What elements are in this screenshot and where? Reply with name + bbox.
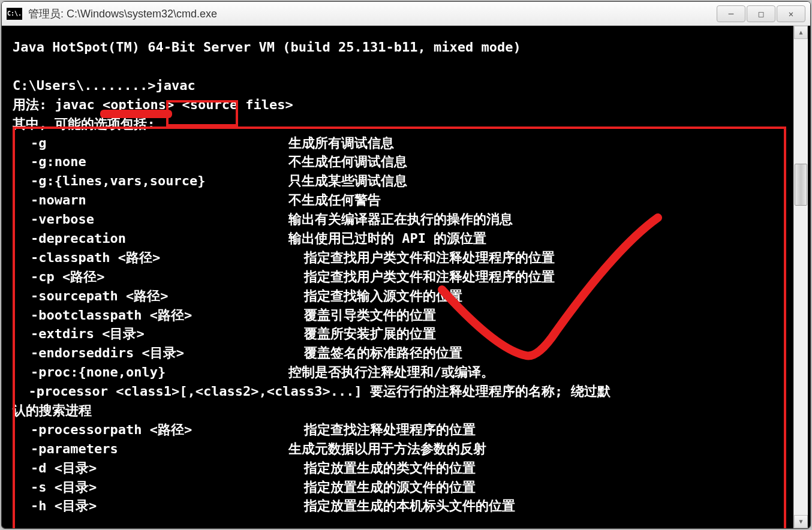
option-row: -d <目录> 指定放置生成的类文件的位置: [13, 459, 793, 478]
option-flag: -d <目录>: [13, 459, 288, 478]
option-row: -sourcepath <路径> 指定查找输入源文件的位置: [13, 287, 793, 306]
option-flag: -nowarn: [13, 191, 288, 210]
option-flag: -endorseddirs <目录>: [13, 344, 288, 363]
terminal-content: Java HotSpot(TM) 64-Bit Server VM (build…: [4, 32, 793, 528]
option-row: -extdirs <目录> 覆盖所安装扩展的位置: [13, 324, 793, 344]
option-desc: 指定查找用户类文件和注释处理程序的位置: [288, 267, 555, 287]
option-flag: -g: [13, 134, 288, 153]
option-desc: 不生成任何调试信息: [288, 152, 407, 171]
option-desc: 控制是否执行注释处理和/或编译。: [288, 363, 494, 382]
option-desc: 不生成任何警告: [288, 191, 381, 210]
option-flag: -h <目录>: [13, 496, 288, 516]
option-flag: -proc:{none,only}: [13, 363, 288, 382]
term-blank: [13, 57, 793, 76]
option-row: -deprecation 输出使用已过时的 API 的源位置: [13, 229, 793, 248]
option-row: -nowarn 不生成任何警告: [13, 191, 793, 210]
option-desc: 指定查找注释处理程序的位置: [288, 420, 476, 439]
option-row: -g 生成所有调试信息: [13, 134, 793, 153]
option-desc: 生成所有调试信息: [288, 134, 394, 153]
term-line-usage: 用法: javac <options> <source files>: [13, 95, 793, 115]
option-desc: 覆盖所安装扩展的位置: [288, 324, 437, 344]
scroll-thumb[interactable]: [795, 164, 807, 206]
term-line-prompt: C:\Users\........>javac: [13, 76, 793, 95]
option-desc: 指定放置生成的类文件的位置: [288, 459, 476, 478]
option-row: -proc:{none,only} 控制是否执行注释处理和/或编译。: [13, 363, 793, 382]
option-flag: -g:none: [13, 152, 288, 171]
window-title: 管理员: C:\Windows\system32\cmd.exe: [28, 7, 717, 21]
option-flag: -bootclasspath <路径>: [13, 306, 288, 325]
term-line-options-header: 其中, 可能的选项包括:: [13, 115, 793, 134]
option-row: -endorseddirs <目录> 覆盖签名的标准路径的位置: [13, 344, 793, 363]
option-desc: 输出有关编译器正在执行的操作的消息: [288, 210, 513, 229]
option-desc: 只生成某些调试信息: [288, 171, 407, 191]
option-desc: 覆盖引导类文件的位置: [288, 306, 437, 325]
option-desc: 指定查找用户类文件和注释处理程序的位置: [288, 248, 555, 267]
option-flag: -sourcepath <路径>: [13, 287, 288, 306]
option-row: -parameters 生成元数据以用于方法参数的反射: [13, 439, 793, 459]
cmd-window: C:\. 管理员: C:\Windows\system32\cmd.exe ─ …: [1, 1, 811, 529]
option-row: -h <目录> 指定放置生成的本机标头文件的位置: [13, 496, 793, 516]
option-desc: 生成元数据以用于方法参数的反射: [288, 439, 486, 459]
option-flag: -processorpath <路径>: [13, 420, 288, 439]
option-flag: -classpath <路径>: [13, 248, 288, 267]
option-processor-line: -processor <class1>[,<class2>,<class3>..…: [13, 382, 793, 401]
scrollbar[interactable]: ▲ ▼: [793, 26, 808, 528]
scroll-up-button[interactable]: ▲: [794, 26, 808, 39]
option-desc: 指定放置生成的源文件的位置: [288, 478, 476, 497]
maximize-button[interactable]: □: [747, 5, 775, 22]
option-desc: 指定查找输入源文件的位置: [288, 287, 463, 306]
titlebar[interactable]: C:\. 管理员: C:\Windows\system32\cmd.exe ─ …: [2, 2, 810, 26]
terminal-area[interactable]: Java HotSpot(TM) 64-Bit Server VM (build…: [2, 26, 810, 528]
app-icon: C:\.: [7, 8, 22, 20]
option-desc: 指定放置生成的本机标头文件的位置: [288, 496, 516, 516]
option-desc: 覆盖签名的标准路径的位置: [288, 344, 463, 363]
scroll-down-button[interactable]: ▼: [794, 515, 808, 528]
option-flag: -verbose: [13, 210, 288, 229]
minimize-button[interactable]: ─: [717, 5, 745, 22]
option-row: -s <目录> 指定放置生成的源文件的位置: [13, 478, 793, 497]
option-flag: -cp <路径>: [13, 267, 288, 287]
option-flag: -s <目录>: [13, 478, 288, 497]
option-row: -g:none 不生成任何调试信息: [13, 152, 793, 171]
option-row: -cp <路径> 指定查找用户类文件和注释处理程序的位置: [13, 267, 793, 287]
option-flag: -g:{lines,vars,source}: [13, 171, 288, 191]
option-processor-wrap: 认的搜索进程: [13, 401, 793, 420]
close-button[interactable]: ✕: [777, 5, 805, 22]
option-flag: -extdirs <目录>: [13, 324, 288, 344]
option-row: -classpath <路径> 指定查找用户类文件和注释处理程序的位置: [13, 248, 793, 267]
option-flag: -deprecation: [13, 229, 288, 248]
option-row: -processorpath <路径> 指定查找注释处理程序的位置: [13, 420, 793, 439]
option-row: -verbose 输出有关编译器正在执行的操作的消息: [13, 210, 793, 229]
option-flag: -parameters: [13, 439, 288, 459]
term-line-vm: Java HotSpot(TM) 64-Bit Server VM (build…: [13, 38, 793, 57]
option-desc: 输出使用已过时的 API 的源位置: [288, 229, 486, 248]
option-row: -g:{lines,vars,source} 只生成某些调试信息: [13, 171, 793, 191]
option-row: -bootclasspath <路径> 覆盖引导类文件的位置: [13, 306, 793, 325]
window-controls: ─ □ ✕: [717, 5, 805, 22]
